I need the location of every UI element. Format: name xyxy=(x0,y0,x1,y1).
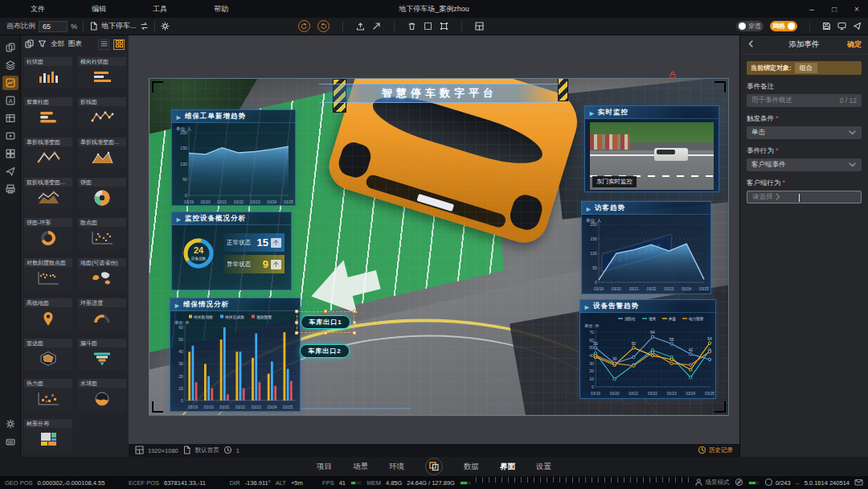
chart-card-tree[interactable]: 树形分布 xyxy=(24,419,72,450)
compass-icon[interactable] xyxy=(735,478,743,488)
sidebar-item-copy[interactable] xyxy=(2,40,18,55)
chart-card-gauge[interactable]: 环形进度 xyxy=(78,298,126,330)
chart-card-liquid[interactable]: 水球图 xyxy=(78,379,126,410)
chart-card-heat[interactable]: 热力图 xyxy=(24,379,72,410)
behavior-select[interactable]: 客户端事件 xyxy=(747,158,862,171)
scene-mode-label[interactable]: 场景模式 xyxy=(706,479,730,487)
svg-text:0: 0 xyxy=(185,193,187,198)
canvas-scale-label: 画布比例 xyxy=(6,21,35,31)
tab-环境[interactable]: 环境 xyxy=(389,462,404,472)
confirm-button[interactable]: 确定 xyxy=(847,39,862,50)
client-action-input[interactable]: 请选择 xyxy=(747,191,862,203)
sidebar-bottom-keyboard[interactable] xyxy=(2,434,18,449)
swap-icon[interactable] xyxy=(140,22,149,31)
filter-all-label[interactable]: 全部 xyxy=(51,39,64,49)
chart-card-pie[interactable]: 饼图 xyxy=(78,178,126,209)
mail-icon[interactable] xyxy=(854,478,863,488)
trigger-select[interactable]: 单击 xyxy=(747,126,862,139)
undo-button[interactable] xyxy=(298,20,310,32)
alt-label: ALT xyxy=(276,479,286,487)
garage-exit-1-button[interactable]: 车库出口1 xyxy=(301,315,350,329)
widget-header-icon xyxy=(176,212,182,226)
chart-card-linegrad[interactable]: 单折线渐变图 xyxy=(24,138,72,169)
sidebar-item-charts[interactable] xyxy=(2,76,18,90)
tab-数据[interactable]: 数据 xyxy=(464,462,479,472)
chart-card-funnelc[interactable]: 漏斗图 xyxy=(78,339,126,370)
menu-item-文件[interactable]: 文件 xyxy=(31,4,45,14)
chart-card-radar[interactable]: 雷达图 xyxy=(24,339,72,370)
close-button[interactable]: × xyxy=(845,0,868,18)
garage-exit-2-button[interactable]: 车库出口2 xyxy=(300,344,350,358)
scene-title[interactable]: 智慧停车数字平台 xyxy=(319,84,560,103)
maximize-button[interactable]: □ xyxy=(823,0,845,18)
scene-tab[interactable]: 地下停车... xyxy=(101,21,137,31)
marquee-button[interactable] xyxy=(424,22,432,31)
remark-input[interactable]: 用于事件概述 0 / 12 xyxy=(747,94,862,107)
sidebar-item-table[interactable] xyxy=(2,111,18,125)
widget-maintenance-analysis[interactable]: 维保情况分析 010203040506003/1903/2003/2103/22… xyxy=(170,298,301,412)
menu-item-帮助[interactable]: 帮助 xyxy=(214,4,228,14)
tab-项目[interactable]: 项目 xyxy=(317,462,332,472)
chart-card-bar[interactable]: 柱状图 xyxy=(24,57,72,88)
chart-card-capsule[interactable]: 胶囊柱图 xyxy=(24,97,72,129)
chart-card-scatter[interactable]: 散点图 xyxy=(78,218,126,249)
chart-card-label: 地图(可选省份) xyxy=(78,258,126,267)
filter-icon[interactable] xyxy=(38,39,47,50)
menu-item-编辑[interactable]: 编辑 xyxy=(92,4,106,14)
chart-card-logscatter[interactable]: 对数刻度散点图 xyxy=(24,258,72,290)
tab-界面[interactable]: 界面 xyxy=(500,462,515,472)
chart-card-dline[interactable]: 双折线渐变图... xyxy=(24,178,72,209)
publish-button[interactable] xyxy=(356,22,365,31)
export-button[interactable] xyxy=(372,22,381,31)
publish-icon[interactable] xyxy=(853,22,862,31)
canvas-scale-input[interactable] xyxy=(39,21,68,32)
redo-button[interactable] xyxy=(317,20,330,32)
chart-card-areagrad[interactable]: 单折线渐变图... xyxy=(78,138,126,169)
sidebar-item-layers[interactable] xyxy=(2,58,18,72)
transform-button[interactable] xyxy=(440,22,448,31)
widget-work-order-trend[interactable]: 维保工单新增趋势 05010015020003/1903/2003/2103/2… xyxy=(171,109,296,206)
play-icon xyxy=(586,207,592,212)
lock-icon[interactable] xyxy=(669,68,677,82)
svg-text:100: 100 xyxy=(180,162,187,166)
chart-card-ringpie[interactable]: 饼图-环形 xyxy=(24,218,72,249)
sidebar-item-media[interactable] xyxy=(2,129,18,143)
widget-live-video[interactable]: 实时监控 东门实时监控 xyxy=(584,105,719,192)
sidebar-item-device[interactable] xyxy=(2,182,18,196)
list-view-toggle[interactable] xyxy=(98,39,109,50)
svg-text:单位: 人: 单位: 人 xyxy=(586,218,602,223)
canvas-area[interactable]: P8888888 智慧停车数字平台 维保工单新增趋势 0501001502000… xyxy=(129,35,739,457)
back-icon[interactable] xyxy=(747,39,755,50)
chart-card-map[interactable]: 地图(可选省份) xyxy=(78,258,126,290)
history-button[interactable]: 历史记录 xyxy=(698,446,733,456)
tab-场景[interactable]: 场景 xyxy=(353,462,368,472)
scene-viewport[interactable]: P8888888 智慧停车数字平台 维保工单新增趋势 0501001502000… xyxy=(149,78,729,416)
selection-box[interactable]: 车库出口1 xyxy=(297,311,354,333)
sidebar-item-text[interactable]: A xyxy=(2,93,18,108)
grid-toggle[interactable]: 网格 xyxy=(770,21,797,31)
svg-text:逾期预警: 逾期预警 xyxy=(256,315,272,320)
widget-visitor-trend[interactable]: 访客趋势 05010015020003/1903/2003/2103/2203/… xyxy=(581,201,711,294)
pierce-toggle[interactable]: 穿透 xyxy=(736,21,764,31)
preview-icon[interactable] xyxy=(837,22,846,31)
tab-设置[interactable]: 设置 xyxy=(536,462,551,472)
sidebar-bottom-gear[interactable] xyxy=(2,417,18,431)
widget-device-overview[interactable]: 监控设备概况分析 24设备总数正常状态15个异常状态9个 xyxy=(171,212,292,290)
grid-view-toggle[interactable] xyxy=(113,39,125,50)
gear-icon[interactable] xyxy=(161,22,170,31)
sidebar-item-widgets[interactable] xyxy=(2,146,18,161)
chart-card-line[interactable]: 折线图 xyxy=(78,97,126,129)
sidebar-item-plane[interactable] xyxy=(2,164,18,179)
menu-item-工具[interactable]: 工具 xyxy=(153,4,167,14)
save-icon[interactable] xyxy=(822,22,831,31)
dash-value: -- xyxy=(796,479,800,487)
duplicate-icon[interactable] xyxy=(25,39,34,50)
chart-card-hbar[interactable]: 横向柱状图 xyxy=(78,57,126,88)
trash-button[interactable] xyxy=(407,22,416,31)
minimize-button[interactable]: – xyxy=(800,0,823,18)
toolbar: 画布比例 % 地下停车... 穿透 网格 xyxy=(0,18,868,35)
chart-card-pin[interactable]: 高德地图 xyxy=(24,298,72,330)
canvas-page-name[interactable]: 默认首页 xyxy=(195,446,219,454)
widget-alarm-trend[interactable]: 设备告警趋势 01020304050607003/1903/2003/2103/… xyxy=(579,299,716,399)
layout-button[interactable] xyxy=(475,22,484,31)
